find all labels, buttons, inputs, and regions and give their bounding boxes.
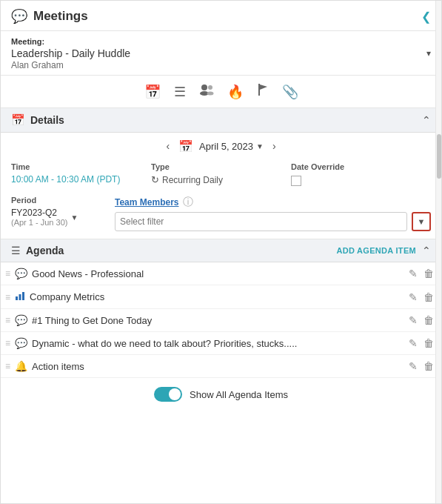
scrollbar-track: [435, 1, 441, 503]
team-members-group: Team Members ⓘ ▼: [115, 196, 431, 231]
team-filter-dropdown[interactable]: ▼: [412, 212, 431, 231]
agenda-item-text: Dynamic - what do we need to talk about?…: [32, 338, 404, 349]
agenda-item-text: Good News - Professional: [32, 268, 404, 279]
add-agenda-button[interactable]: ADD AGENDA ITEM: [336, 246, 416, 255]
agenda-collapse-icon[interactable]: ⌃: [422, 245, 431, 256]
help-icon[interactable]: ⓘ: [183, 196, 193, 209]
panel-header: 💬 Meetings ❮: [1, 1, 441, 31]
date-display: April 5, 2023 ▼: [199, 141, 264, 152]
collapse-panel-icon[interactable]: ❮: [421, 10, 431, 24]
details-header-left: 📅 Details: [11, 113, 64, 127]
panel-title: Meetings: [33, 9, 88, 24]
agenda-item: ≡ 💬 Good News - Professional ✎ 🗑: [1, 262, 441, 285]
period-team-row: Period FY2023-Q2 (Apr 1 - Jun 30) ▼ Team…: [11, 196, 431, 231]
show-all-label: Show All Agenda Items: [190, 389, 288, 400]
date-dropdown-icon[interactable]: ▼: [256, 142, 264, 150]
agenda-list: ≡ 💬 Good News - Professional ✎ 🗑 ≡ Compa…: [1, 262, 441, 378]
agenda-header-left: ☰ Agenda: [11, 245, 64, 256]
agenda-section-header: ☰ Agenda ADD AGENDA ITEM ⌃: [1, 239, 441, 262]
scrollbar-thumb[interactable]: [437, 134, 441, 179]
type-label: Type: [151, 162, 291, 171]
svg-point-3: [207, 92, 213, 96]
team-icon[interactable]: [199, 84, 214, 99]
type-text: Recurring Daily: [162, 175, 223, 185]
delete-icon[interactable]: 🗑: [423, 268, 434, 279]
meeting-name-row: Leadership - Daily Huddle ▾: [11, 47, 431, 59]
agenda-item-actions: ✎ 🗑: [409, 314, 434, 326]
time-label: Time: [11, 162, 151, 171]
date-nav: ‹ 📅 April 5, 2023 ▼ ›: [11, 139, 431, 153]
period-label: Period: [11, 196, 107, 205]
selected-date: April 5, 2023: [199, 141, 253, 152]
drag-handle[interactable]: ≡: [5, 315, 10, 325]
type-group: Type ↻ Recurring Daily: [151, 162, 291, 185]
svg-point-0: [201, 84, 207, 90]
agenda-list-icon: ☰: [11, 245, 21, 256]
list-icon[interactable]: ☰: [174, 84, 186, 100]
bell-icon: 🔔: [15, 360, 27, 372]
date-override-label: Date Override: [291, 162, 431, 171]
edit-icon[interactable]: ✎: [409, 337, 418, 349]
flag-icon[interactable]: [257, 83, 269, 100]
date-override-checkbox[interactable]: [291, 176, 301, 186]
svg-rect-6: [16, 296, 18, 300]
svg-rect-4: [258, 84, 260, 96]
toolbar: 📅 ☰ 🔥 📎: [1, 76, 441, 108]
meeting-info: Meeting: Leadership - Daily Huddle ▾ Ala…: [1, 31, 441, 76]
svg-rect-7: [19, 294, 21, 300]
meeting-owner: Alan Graham: [11, 60, 431, 70]
svg-point-2: [208, 85, 212, 90]
delete-icon[interactable]: 🗑: [423, 291, 434, 303]
team-members-label[interactable]: Team Members: [115, 197, 178, 208]
agenda-title: Agenda: [26, 245, 64, 256]
svg-rect-8: [22, 292, 24, 300]
drag-handle[interactable]: ≡: [5, 268, 10, 279]
details-collapse-icon[interactable]: ⌃: [422, 114, 431, 126]
prev-date-arrow[interactable]: ‹: [163, 139, 173, 153]
team-filter-input[interactable]: [115, 212, 407, 231]
delete-icon[interactable]: 🗑: [423, 314, 434, 326]
period-group: Period FY2023-Q2 (Apr 1 - Jun 30) ▼: [11, 196, 107, 227]
meetings-panel: 💬 Meetings ❮ Meeting: Leadership - Daily…: [0, 0, 442, 504]
toggle-track: [154, 387, 182, 402]
date-override-group: Date Override: [291, 162, 431, 188]
show-all-toggle[interactable]: [154, 387, 182, 402]
chat-icon: 💬: [15, 268, 27, 279]
meeting-label: Meeting:: [11, 37, 431, 46]
agenda-header-right: ADD AGENDA ITEM ⌃: [336, 245, 431, 256]
agenda-item: ≡ 💬 Dynamic - what do we need to talk ab…: [1, 332, 441, 355]
calendar-icon[interactable]: 📅: [144, 84, 161, 100]
edit-icon[interactable]: ✎: [409, 268, 418, 279]
recurring-icon: ↻: [151, 174, 159, 185]
meeting-dropdown-arrow[interactable]: ▾: [426, 48, 431, 59]
meeting-name: Leadership - Daily Huddle: [11, 47, 130, 59]
delete-icon[interactable]: 🗑: [423, 337, 434, 349]
agenda-item-actions: ✎ 🗑: [409, 360, 434, 372]
drag-handle[interactable]: ≡: [5, 361, 10, 371]
team-filter-row: ▼: [115, 212, 431, 231]
agenda-item-actions: ✎ 🗑: [409, 291, 434, 303]
fire-icon[interactable]: 🔥: [227, 84, 244, 100]
period-select: FY2023-Q2 (Apr 1 - Jun 30) ▼: [11, 208, 107, 227]
details-calendar-icon: 📅: [11, 113, 25, 127]
toggle-thumb: [169, 388, 181, 400]
paperclip-icon[interactable]: 📎: [282, 84, 298, 100]
chart-icon: [15, 291, 25, 303]
edit-icon[interactable]: ✎: [409, 314, 418, 326]
period-dropdown-arrow[interactable]: ▼: [70, 213, 78, 222]
drag-handle[interactable]: ≡: [5, 338, 10, 348]
agenda-item-actions: ✎ 🗑: [409, 337, 434, 349]
date-calendar-icon: 📅: [178, 139, 193, 153]
delete-icon[interactable]: 🗑: [423, 360, 434, 372]
header-left: 💬 Meetings: [11, 8, 88, 24]
agenda-item-text: Action items: [32, 361, 404, 372]
details-content: ‹ 📅 April 5, 2023 ▼ › Time 10:00 AM - 10…: [1, 133, 441, 239]
drag-handle[interactable]: ≡: [5, 292, 10, 302]
details-title: Details: [30, 114, 64, 126]
svg-marker-5: [260, 84, 267, 90]
period-value: FY2023-Q2: [11, 208, 67, 218]
agenda-item-actions: ✎ 🗑: [409, 268, 434, 279]
next-date-arrow[interactable]: ›: [269, 139, 279, 153]
edit-icon[interactable]: ✎: [409, 360, 418, 372]
edit-icon[interactable]: ✎: [409, 291, 418, 303]
